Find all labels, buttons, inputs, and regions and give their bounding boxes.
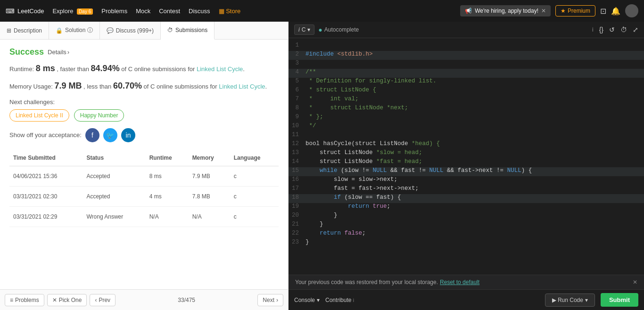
run-code-button[interactable]: ▶ Run Code ▾: [545, 294, 595, 307]
code-line: 12bool hasCycle(struct ListNode *head) {: [289, 140, 644, 149]
challenge-btn-2[interactable]: Happy Number: [74, 109, 124, 122]
format-icon[interactable]: {}: [599, 26, 603, 33]
line-number: 12: [289, 140, 305, 147]
bottom-bar: ≡ Problems ✕ Pick One ‹ Prev 33/475 Next…: [0, 289, 288, 310]
language-select[interactable]: i C ▾: [294, 24, 314, 35]
code-line: 9 * };: [289, 114, 644, 122]
nav-contest[interactable]: Contest: [159, 8, 180, 15]
cell-time: 03/31/2021 02:30: [9, 186, 83, 206]
table-row: 04/06/2021 15:36 Accepted 8 ms 7.9 MB c: [9, 166, 279, 186]
line-content: #include <stdlib.h>: [305, 51, 373, 57]
line-content: return true;: [305, 203, 390, 210]
cell-memory: 7.8 MB: [189, 186, 230, 206]
fullscreen-icon[interactable]: ⊡: [600, 7, 606, 16]
line-number: 23: [289, 239, 305, 245]
nav-problems[interactable]: Problems: [101, 8, 127, 15]
close-banner-button[interactable]: ✕: [541, 8, 546, 14]
linkedin-share-button[interactable]: in: [121, 128, 135, 142]
tab-description[interactable]: ⊞ Description: [0, 22, 49, 39]
cell-runtime: N/A: [146, 206, 189, 227]
restore-icon[interactable]: ↺: [609, 26, 615, 33]
submit-button[interactable]: Submit: [601, 293, 638, 307]
cell-time: 04/06/2021 15:36: [9, 166, 83, 186]
code-line: 15 while (slow != NULL && fast != NULL &…: [289, 167, 644, 176]
line-content: fast = fast->next->next;: [305, 185, 419, 192]
lang-indicator: i: [298, 26, 300, 33]
memory-stat: Memory Usage: 7.9 MB , less than 60.70% …: [9, 79, 279, 93]
memory-value: 7.9 MB: [54, 81, 82, 90]
line-number: 21: [289, 221, 305, 228]
contribute-button[interactable]: Contribute i: [325, 297, 354, 303]
tabs: ⊞ Description 🔒 Solution ⓘ 💬 Discuss (99…: [0, 22, 288, 40]
line-number: 7: [289, 96, 305, 102]
store-icon: ▦: [219, 8, 224, 15]
line-number: 16: [289, 176, 305, 183]
nav-store[interactable]: ▦ Store: [219, 8, 241, 15]
code-header: i C ▾ ● Autocomplete i {} ↺ ⏱ ⤢: [289, 22, 644, 38]
challenge-buttons: Linked List Cycle II Happy Number: [9, 109, 279, 122]
cell-status[interactable]: Accepted: [83, 166, 145, 186]
line-number: 4: [289, 69, 305, 75]
runtime-problem-link[interactable]: Linked List Cycle: [197, 65, 243, 73]
avatar[interactable]: [625, 4, 638, 17]
premium-button[interactable]: ★ Premium: [555, 5, 595, 16]
settings-icon[interactable]: ⏱: [620, 26, 627, 33]
close-restore-button[interactable]: ✕: [633, 279, 637, 286]
line-content: struct ListNode *fast = head;: [305, 158, 422, 165]
line-content: slow = slow->next;: [305, 176, 397, 183]
nav-explore[interactable]: Explore Day 6: [52, 8, 93, 15]
tab-solution[interactable]: 🔒 Solution ⓘ: [49, 22, 100, 39]
restore-banner: Your previous code was restored from you…: [289, 275, 644, 289]
details-link[interactable]: Details ›: [48, 49, 69, 56]
tab-discuss[interactable]: 💬 Discuss (999+): [100, 22, 161, 39]
line-number: 1: [289, 42, 305, 49]
hiring-banner: 📢 We're hiring, apply today! ✕: [460, 5, 551, 16]
social-share: Show off your acceptance: f 🐦 in: [9, 128, 279, 142]
twitter-share-button[interactable]: 🐦: [103, 128, 117, 142]
next-chevron-icon: ›: [276, 297, 278, 303]
console-dropdown-icon: ▾: [317, 297, 320, 303]
col-status: Status: [83, 150, 145, 166]
table-row: 03/31/2021 02:30 Accepted 4 ms 7.8 MB c: [9, 186, 279, 206]
memory-problem-link[interactable]: Linked List Cycle: [219, 83, 265, 90]
prev-button[interactable]: ‹ Prev: [90, 294, 116, 306]
next-button[interactable]: Next ›: [257, 294, 283, 306]
challenge-btn-1[interactable]: Linked List Cycle II: [9, 109, 69, 122]
fullscreen-editor-icon[interactable]: ⤢: [633, 26, 638, 33]
result-header: Success Details ›: [9, 47, 279, 57]
line-content: */: [305, 122, 316, 129]
reset-to-default-link[interactable]: Reset to default: [440, 279, 479, 286]
line-content: * struct ListNode {: [305, 87, 376, 93]
cell-memory: N/A: [189, 206, 230, 227]
line-number: 10: [289, 122, 305, 129]
nav-mock[interactable]: Mock: [136, 8, 150, 15]
bell-icon[interactable]: 🔔: [611, 7, 620, 16]
content-area: Success Details › Runtime: 8 ms , faster…: [0, 40, 288, 289]
pick-one-button[interactable]: ✕ Pick One: [47, 294, 87, 306]
logo[interactable]: ⌨ LeetCode: [6, 8, 44, 15]
tab-submissions[interactable]: ⏱ Submissions: [161, 22, 215, 40]
facebook-share-button[interactable]: f: [85, 128, 99, 142]
col-memory: Memory: [189, 150, 230, 166]
cell-status[interactable]: Accepted: [83, 186, 145, 206]
problems-button[interactable]: ≡ Problems: [5, 294, 44, 306]
autocomplete-toggle[interactable]: ● Autocomplete: [318, 26, 359, 33]
cell-runtime: 8 ms: [146, 166, 189, 186]
line-number: 9: [289, 114, 305, 120]
nav-discuss[interactable]: Discuss: [189, 8, 210, 15]
cell-status[interactable]: Wrong Answer: [83, 206, 145, 227]
description-icon: ⊞: [7, 27, 11, 34]
line-content: bool hasCycle(struct ListNode *head) {: [305, 140, 440, 147]
memory-pct-value: 60.70%: [113, 81, 142, 90]
console-button[interactable]: Console ▾: [294, 297, 320, 303]
code-line: 13 struct ListNode *slow = head;: [289, 149, 644, 158]
code-line: 21 }: [289, 221, 644, 230]
line-content: }: [305, 212, 338, 219]
info-icon[interactable]: i: [592, 26, 594, 33]
clock-icon: ⏱: [167, 27, 173, 33]
code-line: 14 struct ListNode *fast = head;: [289, 158, 644, 167]
code-editor[interactable]: 12#include <stdlib.h>34/**5 * Definition…: [289, 38, 644, 275]
line-number: 13: [289, 149, 305, 156]
right-panel: i C ▾ ● Autocomplete i {} ↺ ⏱ ⤢ 12#inclu…: [289, 22, 644, 310]
left-panel: ⊞ Description 🔒 Solution ⓘ 💬 Discuss (99…: [0, 22, 289, 310]
